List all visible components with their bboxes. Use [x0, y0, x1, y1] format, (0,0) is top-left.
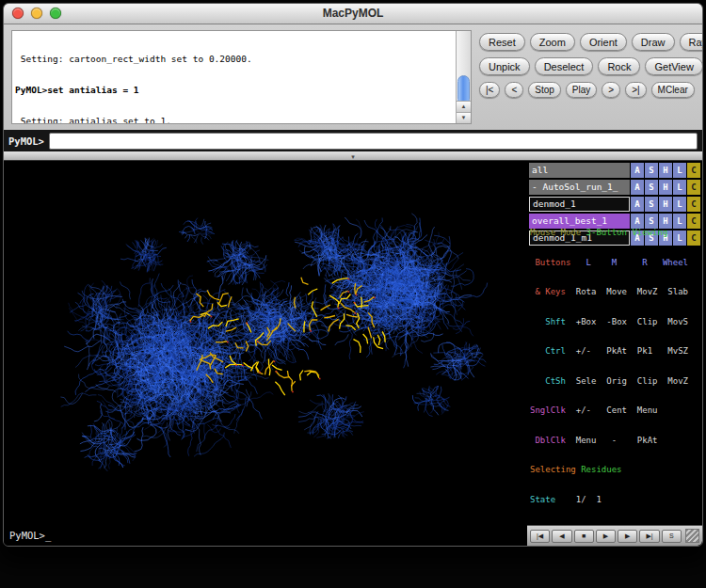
mouse-panel-text: & Keys [530, 287, 570, 296]
zoom-window-button[interactable] [50, 8, 61, 19]
mouse-panel-text: State [530, 495, 561, 504]
show-button[interactable]: S [645, 163, 658, 178]
ray-button[interactable]: Ray [680, 33, 703, 51]
mouse-panel-text: 3-Button Viewing [586, 228, 668, 237]
window-title: MacPyMOL [4, 4, 702, 24]
resize-grip[interactable] [685, 529, 699, 543]
bottom-bar: PyMOL>_ |◀ ◀ ■ ▶ ▶ ▶| S [4, 525, 702, 546]
movie-controls: |◀ ◀ ■ ▶ ▶ ▶| S [527, 525, 702, 546]
mouse-panel-text: 1/ 1 [561, 495, 602, 504]
main-area: all A S H L C - AutoSol_run_1_ A S H L C… [4, 161, 702, 525]
mouse-ctrl-line: Ctrl +/- PkAt Pk1 MvSZ [530, 346, 701, 357]
toolbar-row-2: Unpick Deselect Rock GetView [479, 57, 698, 75]
action-button[interactable]: A [631, 163, 644, 178]
console-text: Setting: cartoon_rect_width set to 0.200… [12, 31, 456, 123]
mouse-panel-text: Residues [581, 465, 621, 474]
label-button[interactable]: L [673, 163, 686, 178]
toolbar-row-1: Reset Zoom Orient Draw Ray [479, 33, 698, 51]
minimize-button[interactable] [31, 8, 42, 19]
mouse-panel-text: Rota Move MovZ Slab [570, 287, 688, 296]
console-log: Setting: cartoon_rect_width set to 0.200… [11, 30, 472, 124]
molecule-canvas[interactable] [4, 161, 527, 526]
movie-stop-button[interactable]: ■ [574, 530, 594, 543]
unpick-button[interactable]: Unpick [479, 57, 530, 75]
mouse-snglclk-line: SnglClk +/- Cent Menu [530, 405, 701, 416]
mouse-panel-text: CtSh [530, 376, 570, 386]
upper-panel: Setting: cartoon_rect_width set to 0.200… [4, 24, 702, 130]
stop-button[interactable]: Stop [528, 82, 561, 98]
end-button[interactable]: >| [625, 82, 646, 98]
draw-button[interactable]: Draw [632, 33, 675, 51]
object-name-all[interactable]: all [529, 163, 630, 178]
viewport-area [4, 161, 527, 525]
object-name-autosol-run[interactable]: - AutoSol_run_1_ [529, 180, 630, 195]
orient-button[interactable]: Orient [580, 33, 627, 51]
hide-button[interactable]: H [659, 180, 672, 195]
mouse-panel-text: +Box -Box Clip MovS [570, 317, 688, 326]
mouse-panel-text: Buttons [530, 258, 576, 267]
rock-button[interactable]: Rock [598, 57, 640, 75]
mouse-panel-text: Ctrl [530, 346, 570, 356]
mouse-panel-text: Selecting [530, 465, 581, 474]
console-line: Setting: cartoon_rect_width set to 0.200… [15, 54, 453, 64]
mouse-panel-text: +/- PkAt Pk1 MvSZ [570, 346, 688, 356]
step-forward-button[interactable]: > [602, 82, 620, 98]
object-row: all A S H L C [529, 163, 700, 178]
object-panel: all A S H L C - AutoSol_run_1_ A S H L C… [527, 161, 702, 525]
mouse-dblclk-line: DblClk Menu - PkAt [530, 436, 701, 446]
mclear-button[interactable]: MClear [651, 82, 695, 98]
desktop-background: { "window": { "title": "MacPyMOL" }, "co… [0, 0, 706, 588]
toolbar: Reset Zoom Orient Draw Ray Unpick Desele… [479, 33, 698, 104]
mouse-panel-text: SnglClk [530, 405, 570, 415]
movie-back-button[interactable]: ◀ [552, 530, 571, 543]
movie-forward-button[interactable]: ▶ [618, 530, 637, 543]
rewind-button[interactable]: |< [479, 82, 500, 98]
mouse-panel-text: +/- Cent Menu [570, 405, 657, 415]
console-line: PyMOL>set antialias = 1 [15, 85, 453, 95]
pane-splitter[interactable]: ▾ [4, 151, 702, 161]
movie-scene-button[interactable]: S [662, 530, 682, 543]
mouse-mode-line[interactable]: Mouse Mode 3-Button Viewing [530, 228, 701, 238]
movie-play-button[interactable]: ▶ [596, 530, 616, 543]
scroll-down-button[interactable]: ▼ [457, 112, 471, 123]
mouse-keys-line: & Keys Rota Move MovZ Slab [530, 287, 701, 297]
mouse-panel-text: L M R Wheel [576, 258, 688, 267]
getview-button[interactable]: GetView [645, 57, 702, 75]
zoom-button[interactable]: Zoom [530, 33, 575, 51]
title-bar[interactable]: MacPyMOL [4, 4, 702, 24]
macpymol-window: MacPyMOL Setting: cartoon_rect_width set… [3, 3, 703, 547]
object-row: - AutoSol_run_1_ A S H L C [529, 180, 700, 195]
mouse-buttons-line: Buttons L M R Wheel [530, 258, 701, 268]
step-back-button[interactable]: < [505, 82, 523, 98]
selecting-mode-line[interactable]: Selecting Residues [530, 465, 701, 475]
label-button[interactable]: L [673, 180, 686, 195]
command-input[interactable] [49, 133, 698, 150]
scroll-up-button[interactable]: ▲ [457, 101, 471, 112]
viewport-prompt: PyMOL>_ [4, 525, 527, 546]
mouse-mode-panel: Mouse Mode 3-Button Viewing Buttons L M … [530, 208, 701, 524]
mouse-panel-text: Mouse Mode [530, 228, 586, 237]
hide-button[interactable]: H [659, 163, 672, 178]
color-button[interactable]: C [687, 180, 700, 195]
mouse-panel-text: DblClk [530, 436, 570, 445]
window-controls [12, 8, 61, 19]
splitter-handle-icon: ▾ [351, 153, 355, 160]
color-button[interactable]: C [687, 163, 700, 178]
console-scrollbar[interactable]: ▲ ▼ [456, 31, 471, 123]
reset-button[interactable]: Reset [479, 33, 525, 51]
mouse-panel-text: Sele Orig Clip MovZ [570, 376, 688, 386]
scrollbar-arrows: ▲ ▼ [457, 101, 471, 123]
close-button[interactable] [12, 8, 24, 19]
command-prompt-label: PyMOL> [8, 135, 44, 147]
movie-end-button[interactable]: ▶| [639, 530, 659, 543]
mouse-panel-text: Shft [530, 317, 570, 326]
console-line: Setting: antialias set to 1. [15, 116, 453, 123]
movie-rewind-button[interactable]: |◀ [530, 530, 550, 543]
mouse-ctsh-line: CtSh Sele Orig Clip MovZ [530, 376, 701, 387]
state-line[interactable]: State 1/ 1 [530, 495, 701, 505]
show-button[interactable]: S [645, 180, 658, 195]
toolbar-row-3: |< < Stop Play > >| MClear [479, 82, 698, 98]
deselect-button[interactable]: Deselect [535, 57, 594, 75]
action-button[interactable]: A [631, 180, 644, 195]
play-button[interactable]: Play [566, 82, 597, 98]
